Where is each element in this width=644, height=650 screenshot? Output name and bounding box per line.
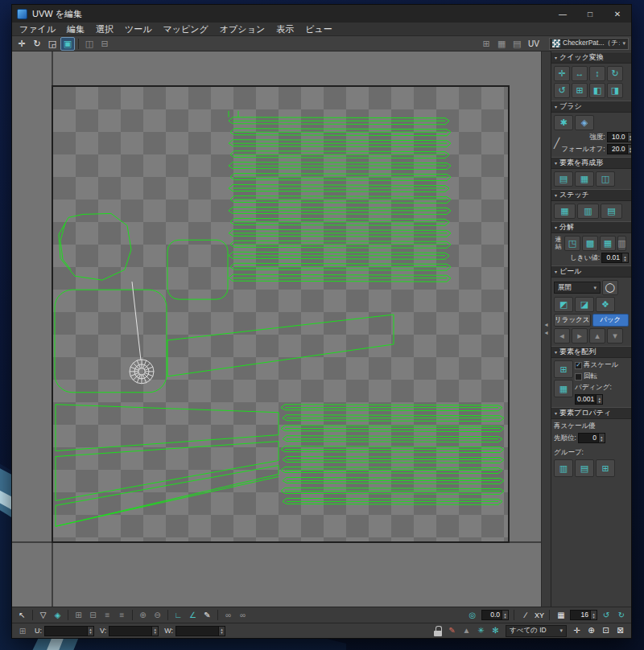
menu-item[interactable]: ビュー (299, 23, 338, 35)
reshape-header[interactable]: ▾ 要素を再成形 (551, 157, 631, 169)
move-tool-icon[interactable]: ✛ (14, 37, 29, 51)
zoom-region-icon[interactable]: ⊡ (599, 624, 613, 637)
reset-peel-button[interactable]: ◯ (602, 280, 618, 295)
titlebar[interactable]: UVW を編集 — □ ✕ (12, 5, 631, 23)
rectangularize-icon[interactable]: ◫ (596, 171, 615, 187)
align-corner-icon[interactable]: ∟ (171, 609, 185, 622)
create-group-icon[interactable]: ▥ (554, 459, 573, 477)
zoom-icon[interactable]: ⊕ (584, 624, 598, 637)
convert-seam-icon[interactable]: ∞ (236, 609, 250, 622)
stitch-to-target-icon[interactable]: ▤ (601, 204, 622, 219)
spinner-down-icon[interactable]: ▾ (628, 150, 631, 153)
freeform-tool-icon[interactable]: ▣ (60, 37, 75, 51)
plane-icon[interactable]: ∕ (519, 609, 532, 622)
menu-item[interactable]: 選択 (90, 23, 119, 35)
snap-left-icon[interactable]: ◧ (589, 83, 605, 98)
all-ids-dropdown[interactable]: すべての ID ▾ (506, 625, 567, 637)
arrange-header[interactable]: ▾ 要素を配列 (551, 346, 631, 358)
tile-map-icon[interactable]: ▤ (510, 37, 524, 51)
v-input[interactable]: ▴▾ (109, 626, 159, 636)
element-select-icon[interactable]: ◈ (51, 609, 64, 622)
mirror-horizontal-icon[interactable]: ◫ (82, 37, 97, 51)
break-by-smoothing-icon[interactable]: ◳ (564, 236, 580, 251)
quick-peel-icon[interactable]: ◪ (575, 297, 594, 312)
pin-vertex-icon[interactable]: ◂ (554, 328, 570, 344)
falloff-spinner[interactable]: 20.0 ▴▾ (607, 144, 631, 154)
w-input[interactable]: ▴▾ (175, 626, 225, 636)
spinner-down-icon[interactable]: ▾ (591, 615, 597, 619)
zoom-extents-icon[interactable]: ⊠ (613, 624, 627, 637)
select-cursor-icon[interactable]: ↖ (15, 609, 29, 622)
pack-button[interactable]: パック (592, 314, 630, 327)
seam-up-icon[interactable]: ▴ (589, 328, 605, 344)
spinner-down-icon[interactable]: ▾ (622, 258, 628, 261)
rotate-cw-icon[interactable]: ↻ (607, 66, 623, 81)
grid-snap-icon[interactable]: ▦ (555, 609, 568, 622)
spinner-down-icon[interactable]: ▾ (219, 631, 225, 634)
stitch-to-source-icon[interactable]: ▥ (577, 204, 599, 219)
mirror-vertical-icon[interactable]: ⊟ (97, 37, 112, 51)
filter-faces-icon[interactable]: ✳ (474, 624, 488, 637)
break-by-material-icon[interactable]: ▩ (582, 236, 598, 251)
minimize-button[interactable]: — (549, 5, 576, 23)
stitch-custom-icon[interactable]: ▦ (554, 204, 576, 219)
paint-move-brush-icon[interactable]: ✱ (554, 115, 573, 130)
pan-icon[interactable]: ✛ (570, 624, 584, 637)
expand-loop-icon[interactable]: ⊕ (136, 609, 150, 622)
quick-move-icon[interactable]: ✛ (554, 66, 570, 81)
freeze-icon[interactable]: ✻ (489, 624, 502, 637)
menu-item[interactable]: 表示 (270, 23, 299, 35)
spinner-down-icon[interactable]: ▾ (597, 400, 602, 403)
flatten-by-group-icon[interactable]: ▦ (600, 236, 616, 251)
brush-header[interactable]: ▾ ブラシ (551, 101, 631, 113)
u-input[interactable]: ▴▾ (44, 626, 94, 636)
quick-transform-header[interactable]: ▾ クイック変換 (551, 51, 631, 64)
rotate-ccw-icon[interactable]: ↺ (554, 83, 570, 98)
panel-collapse-handle[interactable]: ◂ ◂ (541, 51, 551, 607)
pack-normalize-icon[interactable]: ⊞ (554, 360, 573, 378)
spinner-down-icon[interactable]: ▾ (628, 138, 631, 141)
unpin-vertex-icon[interactable]: ▸ (572, 328, 588, 344)
straighten-selection-icon[interactable]: ▤ (554, 171, 573, 187)
spinner-down-icon[interactable]: ▾ (88, 631, 93, 634)
edit-seams-icon[interactable]: ✎ (200, 609, 214, 622)
spinner-down-icon[interactable]: ▾ (599, 438, 605, 442)
stitch-header[interactable]: ▾ ステッチ (551, 189, 631, 201)
angle-snap-spinner[interactable]: 0.0 ▴▾ (481, 610, 509, 620)
seam-down-icon[interactable]: ▾ (607, 328, 623, 344)
strength-spinner[interactable]: 10.0 ▴▾ (607, 132, 631, 142)
rescale-checkbox[interactable]: ✓ (575, 362, 582, 369)
rotate-tool-icon[interactable]: ↻ (30, 37, 44, 51)
snap-right-icon[interactable]: ◨ (607, 83, 623, 98)
paint-select-icon[interactable]: ✎ (445, 624, 459, 637)
redo-icon[interactable]: ↻ (615, 609, 628, 622)
texture-pattern-dropdown[interactable]: CheckerPat...（チェック） ▾ (549, 38, 629, 50)
undo-icon[interactable]: ↺ (600, 609, 613, 622)
select-group-icon[interactable]: ⊞ (596, 459, 615, 477)
scale-tool-icon[interactable]: ◲ (45, 37, 60, 51)
grid-size-spinner[interactable]: 16 ▴▾ (570, 610, 597, 620)
grow-selection-icon[interactable]: ⊞ (72, 609, 85, 622)
align-to-edge-icon[interactable]: ⊞ (572, 83, 588, 98)
pelt-map-icon[interactable]: ❖ (596, 297, 615, 312)
unfold-method-dropdown[interactable]: 展開 ▾ (554, 282, 601, 294)
explode-header[interactable]: ▾ 分解 (551, 221, 631, 233)
spinner-down-icon[interactable]: ▾ (152, 631, 158, 634)
polygon-lasso-icon[interactable]: ▽ (36, 609, 50, 622)
point-to-point-seam-icon[interactable]: ∞ (221, 609, 235, 622)
axis-space-label[interactable]: XY (535, 611, 544, 619)
relax-brush-icon[interactable]: ◈ (575, 115, 594, 130)
uv-canvas[interactable] (12, 51, 541, 607)
menu-item[interactable]: ファイル (14, 23, 61, 35)
menu-item[interactable]: ツール (119, 23, 158, 35)
loop-grow-icon[interactable]: ≡ (101, 609, 114, 622)
maximize-button[interactable]: □ (576, 5, 604, 23)
align-horizontal-icon[interactable]: ↔ (572, 66, 588, 81)
spinner-down-icon[interactable]: ▾ (502, 615, 508, 619)
lock-selection-icon[interactable] (434, 626, 442, 636)
soft-selection-icon[interactable]: ▲ (460, 624, 473, 637)
grid-toggle-icon[interactable]: ⊞ (16, 624, 29, 637)
show-grid-icon[interactable]: ⊞ (479, 37, 493, 51)
menu-item[interactable]: マッピング (158, 23, 214, 35)
priority-spinner[interactable]: 0 ▴▾ (578, 433, 605, 443)
